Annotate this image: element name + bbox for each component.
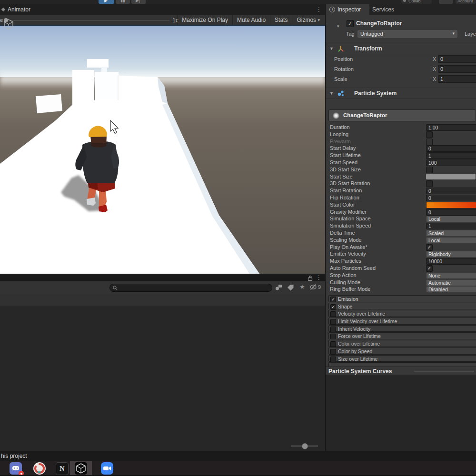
module-checkbox[interactable] <box>330 341 336 347</box>
info-icon: i <box>329 7 335 12</box>
position-x-field[interactable]: 0 <box>438 55 476 63</box>
module-checkbox[interactable] <box>330 327 336 332</box>
play-button[interactable]: ▶ <box>99 0 114 4</box>
module-row[interactable]: Velocity over Lifetime <box>326 310 476 317</box>
start-speed-field[interactable]: 100 <box>426 159 476 166</box>
particle-curves-header[interactable]: Particle System Curves <box>326 367 476 375</box>
gravity-modifier-field[interactable]: 0 <box>426 209 476 216</box>
zoom-icon[interactable] <box>101 462 113 475</box>
active-checkbox[interactable]: ✓ <box>347 20 354 27</box>
module-row[interactable]: Limit Velocity over Lifetime <box>326 317 476 325</box>
transform-header[interactable]: ▼ Transform <box>326 43 476 54</box>
position-label: Position <box>334 56 353 62</box>
particle-module-header[interactable]: ChangeToRaptor <box>328 109 476 121</box>
account-button[interactable]: Account <box>456 0 476 4</box>
play-on-awake-checkbox[interactable] <box>426 244 433 251</box>
particle-curves-area[interactable] <box>326 375 476 451</box>
save-search-star-icon[interactable]: ★ <box>299 283 305 290</box>
game-scene <box>0 25 325 274</box>
prefab-chevron-icon[interactable]: ▾ <box>337 24 339 29</box>
chevron-down-icon: ▾ <box>317 18 320 22</box>
auto-random-seed-checkbox[interactable] <box>426 265 433 272</box>
scale-slider-track[interactable] <box>8 20 169 20</box>
culling-mode-dropdown[interactable]: Automatic <box>426 279 476 286</box>
start-size-field[interactable] <box>426 174 476 179</box>
duration-field[interactable]: 1.00 <box>426 124 476 131</box>
simulation-space-dropdown[interactable]: Local <box>426 216 476 222</box>
collab-icon <box>403 0 406 2</box>
maximize-on-play-button[interactable]: Maximize On Play <box>177 15 232 25</box>
notion-icon[interactable]: N <box>56 462 69 475</box>
animator-kebab-menu-icon[interactable]: ⋮ <box>316 7 322 12</box>
tab-inspector[interactable]: i Inspector <box>326 4 369 15</box>
module-checkbox[interactable] <box>330 357 336 362</box>
cloud-button[interactable] <box>439 0 453 4</box>
search-by-type-icon[interactable] <box>275 284 282 291</box>
module-row[interactable]: Size over Lifetime <box>326 355 476 363</box>
lock-icon[interactable] <box>307 275 313 281</box>
project-search-input[interactable] <box>109 284 272 292</box>
max-particles-field[interactable]: 10000 <box>426 258 476 265</box>
particle-system-header[interactable]: ▼ Particle System <box>326 88 476 99</box>
step-button[interactable]: ▶▏ <box>131 0 146 4</box>
start-delay-field[interactable]: 0 <box>426 145 476 152</box>
game-view-toolbar: e 1x Maximize On Play Mute Audio Stats G… <box>0 15 325 25</box>
start-rotation-field[interactable]: 0 <box>426 188 476 194</box>
3d-start-size-checkbox[interactable] <box>426 167 433 173</box>
foldout-arrow-icon[interactable]: ▼ <box>329 91 334 96</box>
project-content-area[interactable] <box>0 306 325 451</box>
module-row[interactable]: Emission <box>326 295 476 303</box>
module-row[interactable]: Force over Lifetime <box>326 332 476 340</box>
ring-buffer-mode-dropdown[interactable]: Disabled <box>426 286 476 293</box>
game-view[interactable] <box>0 25 325 274</box>
chat-app-icon[interactable] <box>10 462 22 475</box>
stop-action-dropdown[interactable]: None <box>426 272 476 279</box>
emitter-velocity-dropdown[interactable]: Rigidbody <box>426 251 476 258</box>
tag-dropdown[interactable]: Untagged ▾ <box>357 30 457 38</box>
project-kebab-menu-icon[interactable]: ⋮ <box>316 275 322 280</box>
unity-icon[interactable] <box>75 462 87 475</box>
3d-start-rotation-checkbox[interactable] <box>426 180 433 187</box>
hidden-count-eye-icon[interactable] <box>310 284 317 291</box>
collab-button[interactable]: Collab <box>401 0 432 4</box>
delta-time-dropdown[interactable]: Scaled <box>426 230 476 237</box>
module-checkbox[interactable] <box>330 319 336 325</box>
module-checkbox[interactable] <box>330 349 336 355</box>
stats-button[interactable]: Stats <box>270 15 292 25</box>
module-row[interactable]: Inherit Velocity <box>326 325 476 333</box>
tab-services[interactable]: Services <box>372 6 394 13</box>
looping-checkbox[interactable] <box>426 131 433 138</box>
simulation-speed-field[interactable]: 1 <box>426 223 476 229</box>
recorder-app-icon[interactable] <box>33 462 46 475</box>
rotation-x-field[interactable]: 0 <box>438 65 476 73</box>
inspector-header: ▾ ✓ ChangeToRaptor Tag Untagged ▾ Layer <box>326 15 476 42</box>
scale-x-field[interactable]: 1 <box>438 75 476 83</box>
module-row-partial <box>326 362 476 367</box>
module-row[interactable]: Shape <box>326 303 476 310</box>
gizmos-dropdown[interactable]: Gizmos ▾ <box>292 15 324 25</box>
foldout-arrow-icon[interactable]: ▼ <box>329 46 334 51</box>
module-checkbox[interactable] <box>330 311 336 317</box>
asset-zoom-slider-handle[interactable] <box>302 443 308 449</box>
scale-label: Scale <box>334 76 347 82</box>
module-checkbox[interactable] <box>330 334 336 339</box>
project-breadcrumb-band <box>0 294 325 306</box>
pause-button[interactable]: ▮▮ <box>116 0 130 4</box>
module-row[interactable]: Color over Lifetime <box>326 340 476 347</box>
module-row[interactable]: Color by Speed <box>326 347 476 355</box>
search-by-label-icon[interactable] <box>287 284 294 291</box>
module-checkbox[interactable] <box>330 304 336 310</box>
white-block-left <box>36 94 62 113</box>
collab-label: Collab <box>408 0 421 3</box>
prewarm-checkbox[interactable] <box>426 139 433 145</box>
start-color-swatch[interactable] <box>426 202 476 208</box>
transform-title: Transform <box>354 45 382 52</box>
start-lifetime-field[interactable]: 1 <box>426 152 476 159</box>
scaling-mode-dropdown[interactable]: Local <box>426 237 476 244</box>
tab-animator[interactable]: Animator <box>8 6 30 13</box>
module-checkbox[interactable] <box>330 297 336 302</box>
resize-grabber-icon[interactable] <box>414 370 474 373</box>
gameobject-name[interactable]: ChangeToRaptor <box>356 20 402 27</box>
mute-audio-button[interactable]: Mute Audio <box>232 15 270 25</box>
flip-rotation-field[interactable]: 0 <box>426 195 476 201</box>
